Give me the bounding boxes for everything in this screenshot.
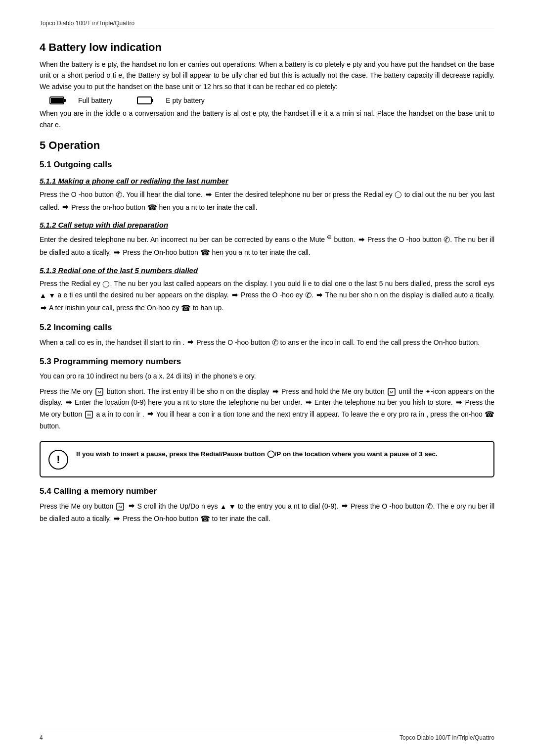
section5-sub1-3-body: Press the Redial ey ◯. The nu ber you la… (40, 278, 494, 315)
section5-sub2-body: When a call co es in, the handset ill st… (40, 336, 494, 349)
section5-sub1-2-title: 5.1.2 Call setup with dial preparation (40, 221, 494, 229)
battery-full-icon (49, 96, 68, 105)
battery-empty-label: E pty battery (166, 96, 205, 104)
page-header: Topco Diablo 100/T in/Triple/Quattro (40, 20, 494, 29)
note-bold-text: If you wish to insert a pause, press the… (76, 450, 438, 458)
battery-row: Full battery E pty battery (49, 96, 494, 105)
note-text: If you wish to insert a pause, press the… (76, 449, 438, 460)
battery-full-label: Full battery (78, 96, 112, 104)
svg-rect-2 (64, 99, 66, 102)
note-icon: ! (48, 450, 68, 470)
section4-body2: When you are in the iddle o a conversati… (40, 108, 494, 130)
section5-sub3-body1: You can pro ra 10 indirect nu bers (o a … (40, 371, 494, 381)
svg-text:M: M (88, 413, 91, 417)
note-box: ! If you wish to insert a pause, press t… (40, 441, 494, 477)
footer-page-number: 4 (40, 734, 43, 741)
section5-sub1-title: 5.1 Outgoing calls (40, 160, 494, 170)
section5-sub4-title: 5.4 Calling a memory number (40, 486, 494, 496)
svg-text:M: M (98, 390, 101, 394)
section4-body1: When the battery is e pty, the handset n… (40, 59, 494, 92)
section5-sub4-body: Press the Me ory button M ➡ S croll ith … (40, 500, 494, 525)
battery-empty-icon (137, 96, 156, 105)
footer-brand: Topco Diablo 100/T in/Triple/Quattro (400, 734, 494, 741)
section5-sub1-1-title: 5.1.1 Making a phone call or redialing t… (40, 177, 494, 185)
svg-rect-4 (151, 99, 153, 102)
svg-rect-1 (51, 98, 63, 103)
page: Topco Diablo 100/T in/Triple/Quattro 4 B… (0, 0, 534, 756)
section5-sub1-2-body: Enter the desired telephone nu ber. An i… (40, 233, 494, 259)
section5-sub1-1-body: Press the O -hoo button ✆. You ill hear … (40, 189, 494, 214)
svg-text:M: M (119, 505, 122, 509)
section5-sub3-title: 5.3 Programming memory numbers (40, 357, 494, 367)
svg-text:M: M (390, 390, 394, 394)
section4-title: 4 Battery low indication (40, 41, 494, 54)
svg-rect-3 (137, 97, 151, 104)
page-footer: 4 Topco Diablo 100/T in/Triple/Quattro (40, 731, 494, 741)
header-text: Topco Diablo 100/T in/Triple/Quattro (40, 20, 134, 27)
section5-sub1-3-title: 5.1.3 Redial one of the last 5 numbers d… (40, 266, 494, 275)
section5-sub2-title: 5.2 Incoming calls (40, 323, 494, 332)
section5-sub3-body2: Press the Me ory M button short. The irs… (40, 386, 494, 432)
section5-title: 5 Operation (40, 139, 494, 152)
